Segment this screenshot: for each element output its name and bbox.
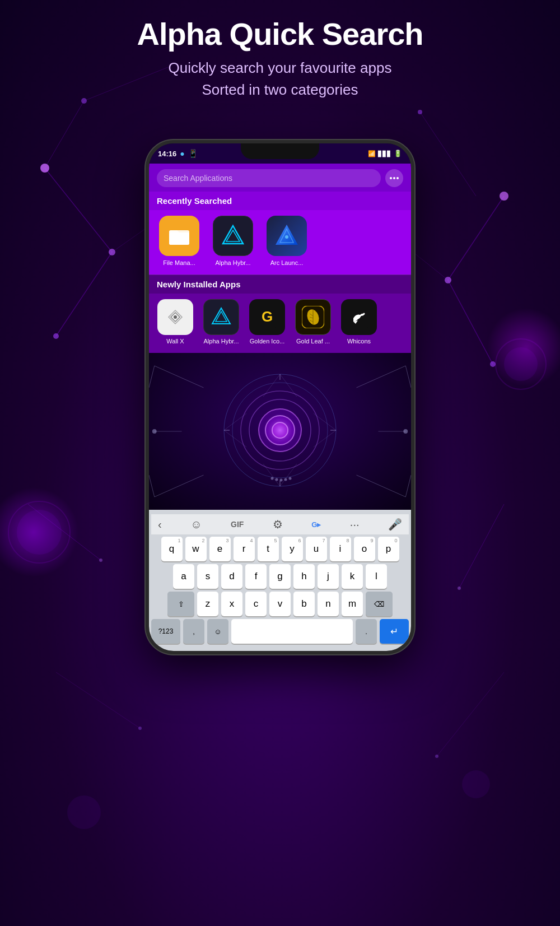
emoji-keyboard-button[interactable]: ☺ <box>190 518 202 531</box>
arc-launcher-icon[interactable] <box>267 216 307 256</box>
gold-leaf-label: Gold Leaf ... <box>296 338 330 345</box>
newly-installed-section: Newly Installed Apps Wall X <box>149 274 411 353</box>
enter-key[interactable]: ↵ <box>380 619 409 644</box>
key-c[interactable]: c <box>245 592 267 616</box>
key-t[interactable]: t5 <box>258 537 279 561</box>
key-m[interactable]: m <box>342 592 363 616</box>
golden-icons-label: Golden Ico... <box>250 338 284 345</box>
app-arc-launcher[interactable]: Arc Launc... <box>264 216 309 267</box>
key-i[interactable]: i8 <box>330 537 351 561</box>
keyboard-section[interactable]: ‹ ☺ GIF ⚙ G▸ ··· 🎤 q1 w2 e3 r4 t5 y6 u7 … <box>149 510 411 651</box>
wall-x-label: Wall X <box>166 338 184 345</box>
svg-text:G: G <box>262 308 273 325</box>
key-x[interactable]: x <box>221 592 242 616</box>
phone-frame: 14:16 ● 📱 📶 ▊▊▊ 🔋 Search Applications <box>146 140 414 654</box>
alpha-hybrid-new-label: Alpha Hybr... <box>204 338 239 345</box>
status-left: 14:16 ● 📱 <box>158 149 198 158</box>
svg-line-78 <box>314 413 336 430</box>
alpha-hybrid-new-icon[interactable] <box>203 299 239 335</box>
search-options-button[interactable] <box>385 169 403 187</box>
num-switch-key[interactable]: ?123 <box>151 619 180 644</box>
key-v[interactable]: v <box>269 592 291 616</box>
svg-point-82 <box>271 477 274 480</box>
key-a[interactable]: a <box>173 564 194 589</box>
key-g[interactable]: g <box>269 564 291 589</box>
status-right-icons: 📶 ▊▊▊ 🔋 <box>368 150 402 157</box>
keyboard-settings-button[interactable]: ⚙ <box>273 518 283 531</box>
whicons-icon-img[interactable] <box>341 299 377 335</box>
app-whicons[interactable]: Whicons <box>338 299 380 345</box>
svg-point-35 <box>390 177 392 179</box>
key-s[interactable]: s <box>197 564 218 589</box>
arc-launcher-label: Arc Launc... <box>270 259 304 267</box>
keyboard-row-1: q1 w2 e3 r4 t5 y6 u7 i8 o9 p0 <box>151 537 409 561</box>
shift-key[interactable]: ⇧ <box>167 592 194 616</box>
key-w[interactable]: w2 <box>185 537 207 561</box>
app-golden-icons[interactable]: G Golden Ico... <box>246 299 288 345</box>
svg-line-75 <box>280 374 297 397</box>
emoji-key[interactable]: ☺ <box>207 619 228 644</box>
key-e[interactable]: e3 <box>209 537 231 561</box>
microphone-button[interactable]: 🎤 <box>388 518 402 531</box>
file-manager-icon[interactable] <box>159 216 199 256</box>
key-d[interactable]: d <box>221 564 242 589</box>
svg-point-85 <box>284 478 287 481</box>
key-y[interactable]: y6 <box>282 537 303 561</box>
search-input[interactable]: Search Applications <box>157 169 381 187</box>
golden-icons-icon[interactable]: G <box>249 299 285 335</box>
app-alpha-hybrid-recent[interactable]: Alpha Hybr... <box>211 216 255 267</box>
search-applications-bar[interactable]: Search Applications <box>149 164 411 192</box>
signal-strength-icon: ▊▊▊ <box>378 151 391 157</box>
alpha-hybrid-recent-icon[interactable] <box>213 216 253 256</box>
more-options-button[interactable]: ··· <box>350 518 360 531</box>
svg-point-44 <box>285 235 288 239</box>
key-u[interactable]: u7 <box>306 537 327 561</box>
app-file-manager[interactable]: File Mana... <box>157 216 202 267</box>
key-b[interactable]: b <box>293 592 315 616</box>
svg-point-86 <box>289 477 292 480</box>
status-time: 14:16 <box>158 150 176 158</box>
subtitle-line1: Quickly search your favourite apps <box>0 57 560 79</box>
space-key[interactable] <box>231 619 353 644</box>
key-q[interactable]: q1 <box>161 537 183 561</box>
app-gold-leaf[interactable]: Gold Leaf ... <box>292 299 334 345</box>
keyboard-back-button[interactable]: ‹ <box>158 518 162 531</box>
key-j[interactable]: j <box>318 564 339 589</box>
backspace-key[interactable]: ⌫ <box>366 592 393 616</box>
app-wall-x[interactable]: Wall X <box>155 299 196 345</box>
svg-rect-39 <box>169 232 189 245</box>
key-z[interactable]: z <box>197 592 218 616</box>
keyboard-row-2: a s d f g h j k l <box>151 564 409 589</box>
key-l[interactable]: l <box>366 564 387 589</box>
comma-key[interactable]: , <box>183 619 204 644</box>
wall-x-icon[interactable] <box>157 299 193 335</box>
period-key[interactable]: . <box>356 619 377 644</box>
recently-searched-apps: File Mana... Alpha Hybr... <box>149 210 411 274</box>
translate-button[interactable]: G▸ <box>311 520 321 529</box>
notification-dot-icon: ● <box>180 149 184 158</box>
gold-leaf-icon[interactable] <box>295 299 331 335</box>
key-p[interactable]: p0 <box>378 537 399 561</box>
svg-marker-41 <box>226 230 240 241</box>
app-title: Alpha Quick Search <box>0 17 560 52</box>
key-k[interactable]: k <box>342 564 363 589</box>
svg-line-80 <box>263 464 280 486</box>
wifi-icon: 📶 <box>368 150 376 157</box>
recently-searched-title: Recently Searched <box>149 192 411 210</box>
svg-point-83 <box>276 478 278 481</box>
key-f[interactable]: f <box>245 564 267 589</box>
key-h[interactable]: h <box>293 564 315 589</box>
search-title: Search Applications <box>164 174 232 183</box>
radar-element <box>218 369 342 494</box>
whicons-label: Whicons <box>347 338 371 345</box>
app-alpha-hybrid-new[interactable]: Alpha Hybr... <box>200 299 242 345</box>
gif-button[interactable]: GIF <box>231 520 244 529</box>
key-n[interactable]: n <box>318 592 339 616</box>
battery-icon: 🔋 <box>394 150 402 157</box>
svg-point-48 <box>174 315 177 319</box>
key-o[interactable]: o9 <box>354 537 375 561</box>
phone-notch <box>241 143 319 159</box>
keyboard-toolbar: ‹ ☺ GIF ⚙ G▸ ··· 🎤 <box>151 514 409 534</box>
keyboard-row-3: ⇧ z x c v b n m ⌫ <box>151 592 409 616</box>
key-r[interactable]: r4 <box>234 537 255 561</box>
